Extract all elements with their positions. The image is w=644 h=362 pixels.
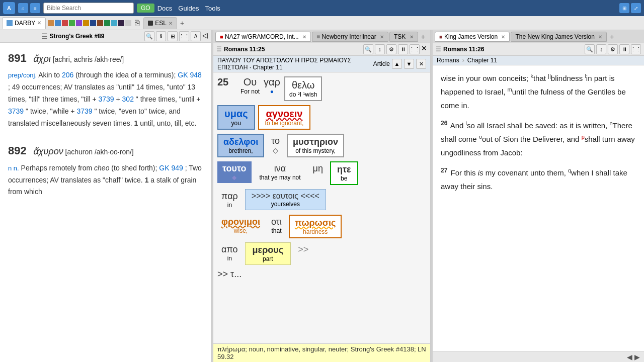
right-prev-arrow[interactable]: ◀ xyxy=(627,353,632,361)
word-apo-box[interactable]: απο in xyxy=(217,242,242,264)
strongs-toolbar: ☰ Strong's Greek #89 🔍 ℹ ⊞ ⋮⋮ // ◁ xyxy=(0,30,211,43)
tab-esl-close[interactable]: ✕ xyxy=(169,21,173,26)
word-merous-box[interactable]: μερους part xyxy=(245,242,291,265)
entry-891-text6: " twice, "while + xyxy=(26,107,76,115)
entry-891-link3739b[interactable]: 3739 xyxy=(8,107,24,115)
middle-settings-icon[interactable]: ⚙ xyxy=(386,44,396,54)
middle-options-icon[interactable]: ⋮⋮ xyxy=(410,44,420,54)
tools-link[interactable]: Tools xyxy=(205,5,220,12)
entry-891-phonetic: [achri, achris /akh·ree/] xyxy=(53,55,124,63)
word-par-box[interactable]: παρ in xyxy=(217,189,242,211)
word-to-box[interactable]: το ◇ xyxy=(267,134,284,156)
word-adelphoi-english: brethren, xyxy=(223,147,258,154)
color-sq-8 xyxy=(97,20,103,26)
ref-up-icon[interactable]: ▲ xyxy=(392,59,402,69)
grid-icon[interactable]: ⊞ xyxy=(619,3,629,13)
library-icon[interactable]: ≡ xyxy=(30,3,40,13)
go-button[interactable]: GO xyxy=(137,4,154,13)
newberry-icon: ■ xyxy=(316,33,320,40)
tab-nkjv[interactable]: The New King James Version ✕ xyxy=(511,32,607,42)
word-thelw-box[interactable]: θελω do ²I ¹wish xyxy=(284,76,322,101)
home-icon[interactable]: ⌂ xyxy=(18,3,28,13)
entry-891-gk948[interactable]: GK 948 xyxy=(178,71,201,79)
tab-nkjv-close[interactable]: ✕ xyxy=(598,34,602,40)
tab-na27-close[interactable]: ✕ xyxy=(302,34,306,40)
right-search-icon[interactable]: 🔍 xyxy=(585,44,595,54)
entry-891-link206[interactable]: 206 xyxy=(62,71,73,79)
tab-darby[interactable]: DARBY ✕ xyxy=(2,17,46,29)
right-settings-icon[interactable]: ⚙ xyxy=(608,44,618,54)
tab-na27[interactable]: ■ NA27 w/GRAMCORD, Int... ✕ xyxy=(215,32,311,42)
word-agnoein-english: to be ignorant, xyxy=(265,120,304,127)
tab-kjv-close[interactable]: ✕ xyxy=(501,34,505,40)
entry-891-def: 1 xyxy=(134,119,138,127)
right-menu[interactable]: ☰ xyxy=(436,46,441,53)
middle-nav-icon[interactable]: ↕ xyxy=(375,44,385,54)
breadcrumb-chapter[interactable]: Chapter 11 xyxy=(467,57,497,64)
tab-esl[interactable]: ESL ✕ xyxy=(143,17,177,29)
word-musterion-box[interactable]: μυστηριον of this mystery, xyxy=(287,134,344,157)
entry-892-type: n n. xyxy=(8,164,19,172)
word-porosis-english: hardness xyxy=(295,228,336,235)
app-icon-group: ⌂ ≡ xyxy=(18,3,40,13)
search-icon[interactable]: 🔍 xyxy=(144,31,154,41)
middle-pause-icon[interactable]: ⏸ xyxy=(398,44,408,54)
right-tab-add[interactable]: + xyxy=(608,33,616,41)
right-toolbar: ☰ Romans 11:26 🔍 ↕ ⚙ ⏸ ⋮⋮ xyxy=(433,43,644,56)
word-adelphoi-box[interactable]: αδελφοι brethren, xyxy=(217,134,264,157)
word-eautois-box[interactable]: >>>> εαυτοις <<<< yourselves xyxy=(245,189,326,210)
color-sq-9 xyxy=(104,20,110,26)
middle-menu[interactable]: ☰ xyxy=(216,46,222,53)
entry-891-link302[interactable]: 302 xyxy=(122,95,134,103)
word-oti-box[interactable]: οτι that xyxy=(267,215,286,236)
tab-darby-close[interactable]: ✕ xyxy=(37,20,41,26)
word-phronimoi-box[interactable]: φρονιμοι wise, xyxy=(217,215,264,236)
word-umas-box[interactable]: υμας you xyxy=(217,105,255,130)
tab-esl-label: ESL xyxy=(155,20,167,27)
tab-newberry[interactable]: ■ Newberry Interlinear ✕ xyxy=(312,32,388,42)
tab-add-button[interactable]: + xyxy=(178,19,186,27)
entry-891-link3739c[interactable]: 3739 xyxy=(76,107,92,115)
word-me-box[interactable]: μη xyxy=(309,161,327,183)
entry-892-gk949[interactable]: GK 949 xyxy=(159,164,183,172)
right-reference: Romans 11:26 xyxy=(443,46,484,53)
middle-search-icon[interactable]: 🔍 xyxy=(363,44,373,54)
expand-icon[interactable]: ⤢ xyxy=(631,3,641,13)
right-breadcrumb: Romans › Chapter 11 xyxy=(433,56,644,65)
sup-k: k xyxy=(530,73,533,79)
entry-891-link3739a[interactable]: 3739 xyxy=(98,95,114,103)
right-options-icon[interactable]: ⋮⋮ xyxy=(631,44,641,54)
info-icon[interactable]: ℹ xyxy=(156,31,166,41)
word-agnoein-box[interactable]: αγνοειν to be ignorant, xyxy=(258,105,311,130)
entry-892-phonetic: [achuron /akh·oo·ron/] xyxy=(65,148,134,156)
left-panel-menu[interactable]: ☰ xyxy=(41,32,48,40)
tab-kjv[interactable]: ■ King James Version ✕ xyxy=(435,32,510,42)
options-icon[interactable]: ⋮⋮ xyxy=(179,31,189,41)
strongs-entry-892: 892 ἄχυρον [achuron /akh·oo·ron/] n n. P… xyxy=(8,141,203,198)
breadcrumb-romans[interactable]: Romans xyxy=(437,57,459,64)
search-input[interactable] xyxy=(43,3,134,14)
word-porosis-box[interactable]: πωρωσις hardness xyxy=(289,215,342,238)
entry-892-cheo: cheo xyxy=(94,164,109,172)
tab-newberry-close[interactable]: ✕ xyxy=(380,34,384,40)
tab-tsk-close[interactable]: ✕ xyxy=(410,34,414,40)
ref-close-icon[interactable]: ✕ xyxy=(416,59,426,69)
right-nav-icon[interactable]: ↕ xyxy=(596,44,606,54)
word-ou[interactable]: Ου For not xyxy=(240,76,260,95)
word-ete-box[interactable]: ητε be xyxy=(330,161,358,185)
tab-tsk[interactable]: TSK ✕ xyxy=(389,32,418,42)
arrows-icon[interactable]: // xyxy=(191,31,201,41)
docs-link[interactable]: Docs xyxy=(157,5,173,12)
copy-icon[interactable]: ⎘ xyxy=(132,18,142,28)
guides-link[interactable]: Guides xyxy=(178,5,199,12)
layout-icon[interactable]: ⊞ xyxy=(168,31,178,41)
word-ina-box[interactable]: ινα that ye may not xyxy=(255,161,306,183)
collapse-left[interactable]: ◁ xyxy=(202,31,208,41)
word-touto-box[interactable]: τουτο ◆ xyxy=(217,161,252,183)
right-next-arrow[interactable]: ▶ xyxy=(634,353,640,361)
middle-panel-close[interactable]: ✕ xyxy=(421,44,427,54)
ref-down-icon[interactable]: ▼ xyxy=(404,59,414,69)
word-gar[interactable]: γαρ ● xyxy=(264,76,280,95)
middle-tab-add[interactable]: + xyxy=(419,33,427,41)
right-pause-icon[interactable]: ⏸ xyxy=(619,44,629,54)
